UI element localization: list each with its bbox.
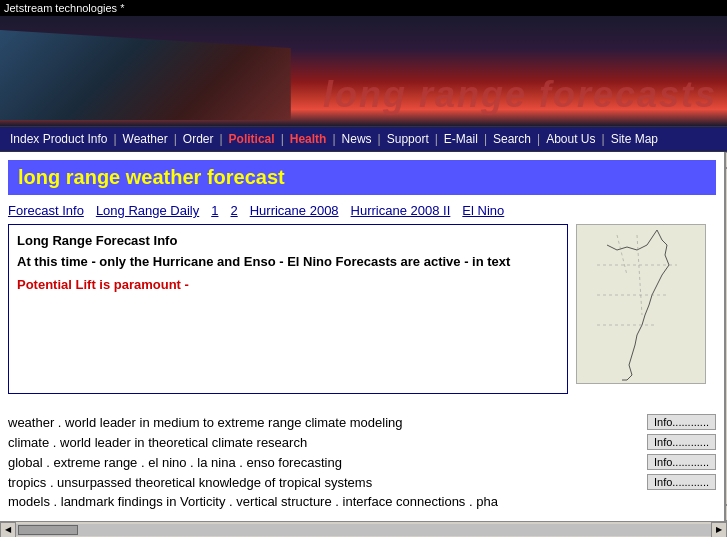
info-row-weather-text: weather . world leader in medium to extr…: [8, 415, 647, 430]
info-row-climate: climate . world leader in theoretical cl…: [8, 434, 716, 450]
nav-index[interactable]: Index Product Info: [4, 132, 113, 146]
forecast-nav-2[interactable]: 2: [230, 203, 237, 218]
info-btn-tropics[interactable]: Info............: [647, 474, 716, 490]
hscroll-thumb[interactable]: [18, 525, 78, 535]
title-bar: Jetstream technologies *: [0, 0, 727, 16]
svg-line-0: [617, 235, 627, 275]
info-btn-climate[interactable]: Info............: [647, 434, 716, 450]
nav-news[interactable]: News: [336, 132, 378, 146]
window-title: Jetstream technologies *: [4, 2, 124, 14]
forecast-nav: Forecast Info Long Range Daily 1 2 Hurri…: [8, 203, 716, 218]
svg-line-1: [637, 235, 642, 315]
hscroll-track[interactable]: [16, 524, 711, 536]
nav-email[interactable]: E-Mail: [438, 132, 484, 146]
forecast-info-box: Long Range Forecast Info At this time - …: [8, 224, 568, 394]
info-row-global: global . extreme range . el nino . la ni…: [8, 454, 716, 470]
nav-health[interactable]: Health: [284, 132, 333, 146]
forecast-nav-hurricane-2008-ii[interactable]: Hurricane 2008 II: [351, 203, 451, 218]
forecast-nav-hurricane-2008[interactable]: Hurricane 2008: [250, 203, 339, 218]
info-row-models: models . landmark findings in Vorticity …: [8, 494, 716, 509]
forecast-nav-elnino[interactable]: El Nino: [462, 203, 504, 218]
info-btn-weather[interactable]: Info............: [647, 414, 716, 430]
info-row-tropics-text: tropics . unsurpassed theoretical knowle…: [8, 475, 647, 490]
nav-about[interactable]: About Us: [540, 132, 601, 146]
info-row-global-text: global . extreme range . el nino . la ni…: [8, 455, 647, 470]
info-rows: weather . world leader in medium to extr…: [8, 414, 716, 509]
info-row-models-text: models . landmark findings in Vorticity …: [8, 494, 716, 509]
info-row-weather: weather . world leader in medium to extr…: [8, 414, 716, 430]
info-row-tropics: tropics . unsurpassed theoretical knowle…: [8, 474, 716, 490]
info-btn-global[interactable]: Info............: [647, 454, 716, 470]
nav-support[interactable]: Support: [381, 132, 435, 146]
nav-order[interactable]: Order: [177, 132, 220, 146]
map-image: [576, 224, 706, 384]
header-banner: long range forecasts: [0, 16, 727, 126]
hscroll-right-arrow[interactable]: ▶: [711, 522, 727, 538]
forecast-nav-1[interactable]: 1: [211, 203, 218, 218]
forecast-lift-text: Potential Lift is paramount -: [17, 277, 559, 292]
header-landscape-image: [0, 30, 291, 120]
navigation-bar: Index Product Info | Weather | Order | P…: [0, 126, 727, 152]
nav-sitemap[interactable]: Site Map: [605, 132, 664, 146]
forecast-info-text: At this time - only the Hurricane and En…: [17, 254, 559, 269]
nav-weather[interactable]: Weather: [117, 132, 174, 146]
horizontal-scrollbar[interactable]: ◀ ▶: [0, 521, 727, 537]
nav-search[interactable]: Search: [487, 132, 537, 146]
forecast-nav-daily[interactable]: Long Range Daily: [96, 203, 199, 218]
info-row-climate-text: climate . world leader in theoretical cl…: [8, 435, 647, 450]
page-title: long range weather forecast: [8, 160, 716, 195]
main-content: long range weather forecast Forecast Inf…: [0, 152, 724, 521]
forecast-nav-info[interactable]: Forecast Info: [8, 203, 84, 218]
header-logo-text: long range forecasts: [323, 74, 717, 116]
hscroll-left-arrow[interactable]: ◀: [0, 522, 16, 538]
forecast-info-heading: Long Range Forecast Info: [17, 233, 559, 248]
nav-political[interactable]: Political: [223, 132, 281, 146]
